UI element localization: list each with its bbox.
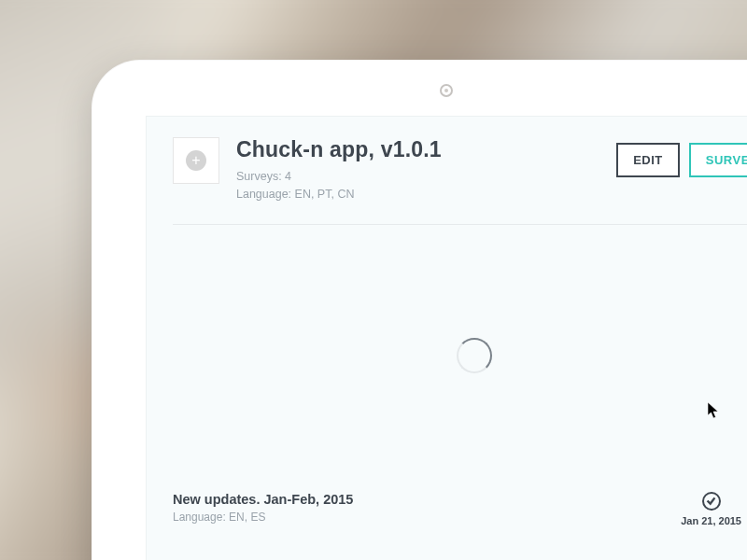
update-date: Jan 21, 2015 <box>681 515 741 526</box>
check-circle-icon <box>702 492 721 511</box>
add-thumbnail-button[interactable]: + <box>173 137 219 184</box>
update-language: Language: EN, ES <box>173 511 681 524</box>
header-actions: EDIT SURVEY <box>616 143 747 177</box>
survey-button[interactable]: SURVEY <box>689 143 747 177</box>
edit-button[interactable]: EDIT <box>616 143 680 177</box>
app-header: + Chuck-n app, v1.0.1 Surveys: 4 Languag… <box>173 137 747 203</box>
app-screen: + Chuck-n app, v1.0.1 Surveys: 4 Languag… <box>146 116 747 560</box>
plus-icon: + <box>186 150 206 171</box>
loading-spinner-icon <box>457 338 492 373</box>
update-title: New updates. Jan-Feb, 2015 <box>173 492 681 507</box>
update-row[interactable]: New updates. Jan-Feb, 2015 Language: EN,… <box>147 486 747 534</box>
loading-area <box>173 225 747 486</box>
app-title: Chuck-n app, v1.0.1 <box>236 137 599 162</box>
device-frame: + Chuck-n app, v1.0.1 Surveys: 4 Languag… <box>92 60 747 560</box>
camera-icon <box>440 84 453 97</box>
title-block: Chuck-n app, v1.0.1 Surveys: 4 Language:… <box>236 137 599 203</box>
surveys-count: Surveys: 4 <box>236 168 599 186</box>
language-list: Language: EN, PT, CN <box>236 186 599 203</box>
